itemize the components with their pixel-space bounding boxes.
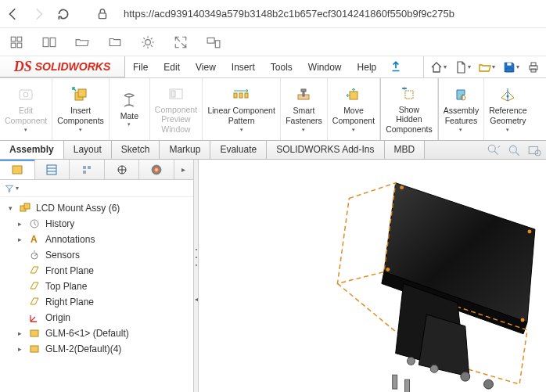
tree-tab-appearance[interactable] — [139, 160, 174, 179]
menu-tools[interactable]: Tools — [263, 56, 300, 78]
svg-rect-3 — [11, 43, 16, 48]
part-icon — [28, 327, 41, 340]
tab-assembly[interactable]: Assembly — [0, 141, 64, 159]
ribbon-label: InsertComponents — [57, 106, 104, 125]
tab-mbd[interactable]: MBD — [385, 141, 426, 159]
pin-icon[interactable] — [389, 60, 403, 74]
zoom-fit-icon[interactable] — [487, 143, 501, 157]
svg-text:A: A — [31, 234, 38, 245]
svg-rect-39 — [47, 165, 56, 174]
ribbon-label: ComponentPreviewWindow — [155, 105, 197, 135]
menu-help[interactable]: Help — [350, 56, 385, 78]
tab-addins[interactable]: SOLIDWORKS Add-Ins — [267, 141, 384, 159]
ribbon-linear-pattern[interactable]: Linear ComponentPattern ▾ — [203, 78, 281, 140]
expand-icon[interactable]: ▸ — [16, 220, 23, 228]
svg-rect-21 — [239, 93, 242, 98]
ribbon-label: AssemblyFeatures — [444, 106, 480, 125]
folder-icon[interactable] — [108, 35, 122, 49]
svg-rect-43 — [88, 166, 91, 169]
new-doc-button[interactable]: ▾ — [453, 61, 472, 74]
svg-point-34 — [509, 146, 516, 153]
tree-item-annotations[interactable]: ▸ A Annotations — [0, 232, 193, 247]
tree-item-front-plane[interactable]: Front Plane — [0, 263, 193, 279]
svg-point-74 — [386, 268, 390, 272]
assembly-icon — [19, 202, 31, 214]
ribbon-assembly-features[interactable]: AssemblyFeatures ▾ — [438, 78, 485, 140]
expand-icon[interactable] — [174, 35, 188, 49]
tree-item-origin[interactable]: Origin — [0, 310, 193, 325]
print-button[interactable] — [526, 61, 541, 74]
tree-item-glm2[interactable]: ▸ GLM-2(Default)(4) — [0, 341, 193, 357]
svg-rect-25 — [303, 92, 304, 96]
ribbon-move-component[interactable]: MoveComponent ▾ — [328, 78, 380, 140]
tab-markup[interactable]: Markup — [160, 141, 210, 159]
svg-rect-6 — [50, 38, 56, 46]
svg-point-66 — [430, 365, 438, 372]
svg-point-68 — [484, 379, 494, 389]
ribbon-component-preview: ComponentPreviewWindow — [150, 78, 203, 140]
forward-icon — [31, 7, 45, 21]
tree-tab-property[interactable] — [35, 160, 70, 179]
svg-point-72 — [527, 230, 531, 234]
svg-rect-69 — [393, 375, 397, 389]
svg-rect-26 — [350, 92, 357, 99]
svg-point-67 — [461, 372, 470, 381]
tree-item-label: Origin — [45, 312, 70, 323]
filter-icon[interactable]: ▾ — [5, 182, 19, 196]
ribbon-reference-geometry[interactable]: ReferenceGeometry ▾ — [484, 78, 531, 140]
expand-icon[interactable]: ▸ — [16, 236, 23, 243]
tree-tab-expand[interactable]: ▸ — [174, 160, 193, 179]
expand-icon[interactable]: ▸ — [16, 329, 23, 337]
tab-sketch[interactable]: Sketch — [112, 141, 160, 159]
tab-evaluate[interactable]: Evaluate — [210, 141, 267, 159]
graphics-viewport[interactable] — [199, 160, 546, 392]
grid-icon[interactable] — [9, 35, 23, 49]
svg-rect-22 — [245, 93, 248, 98]
svg-point-14 — [23, 92, 28, 97]
tree-item-label: Front Plane — [45, 265, 94, 276]
gear-icon[interactable] — [141, 35, 155, 49]
folder-open-icon[interactable] — [75, 35, 89, 49]
tree-item-glm6[interactable]: ▸ GLM-6<1> (Default) — [0, 325, 193, 341]
ribbon-insert-components[interactable]: InsertComponents ▾ — [52, 78, 110, 140]
tree-item-top-plane[interactable]: Top Plane — [0, 279, 193, 294]
ribbon-mate[interactable]: Mate ▾ — [110, 78, 150, 140]
menu-view[interactable]: View — [188, 56, 224, 78]
solidworks-logo[interactable]: DS SOLIDWORKS — [0, 56, 125, 77]
menu-file[interactable]: File — [125, 56, 156, 78]
open-button[interactable]: ▾ — [477, 61, 497, 74]
plane-icon — [28, 264, 41, 277]
ribbon-show-hidden[interactable]: ShowHiddenComponents — [380, 78, 438, 140]
expand-icon[interactable]: ▸ — [16, 345, 23, 353]
back-icon[interactable] — [6, 7, 20, 21]
tree-root[interactable]: ▾ LCD Mount Assy (6) — [0, 200, 193, 216]
tree-item-history[interactable]: ▸ History — [0, 216, 193, 232]
gutter-arrow-icon[interactable]: ◂ — [195, 296, 198, 303]
svg-rect-42 — [83, 166, 86, 169]
svg-line-35 — [515, 152, 519, 156]
ribbon-smart-fasteners[interactable]: SmartFasteners ▾ — [281, 78, 328, 140]
panels-icon[interactable] — [42, 35, 56, 49]
tree-item-sensors[interactable]: Sensors — [0, 247, 193, 263]
svg-point-65 — [408, 357, 415, 365]
ribbon-label: MoveComponent — [332, 106, 375, 125]
save-button[interactable]: ▾ — [501, 61, 521, 74]
tab-layout[interactable]: Layout — [64, 141, 112, 159]
tree-tab-config[interactable] — [70, 160, 105, 179]
zoom-icon[interactable] — [527, 143, 541, 157]
menu-edit[interactable]: Edit — [156, 56, 188, 78]
menu-insert[interactable]: Insert — [224, 56, 263, 78]
home-button[interactable]: ▾ — [429, 61, 448, 74]
svg-rect-5 — [43, 38, 48, 46]
address-bar[interactable]: https://acd939140349a579b3148b2c1b657ecf… — [120, 8, 540, 20]
zoom-area-icon[interactable] — [507, 143, 521, 157]
tree-item-right-plane[interactable]: Right Plane — [0, 294, 193, 310]
collapse-icon[interactable]: ▾ — [6, 204, 14, 212]
devices-icon[interactable] — [207, 35, 221, 49]
tree-tab-dim[interactable] — [105, 160, 140, 179]
refresh-icon[interactable] — [56, 7, 70, 21]
svg-rect-20 — [234, 93, 237, 98]
menu-window[interactable]: Window — [300, 56, 350, 78]
annotations-icon: A — [28, 233, 41, 246]
tree-tab-feature[interactable] — [0, 160, 35, 179]
